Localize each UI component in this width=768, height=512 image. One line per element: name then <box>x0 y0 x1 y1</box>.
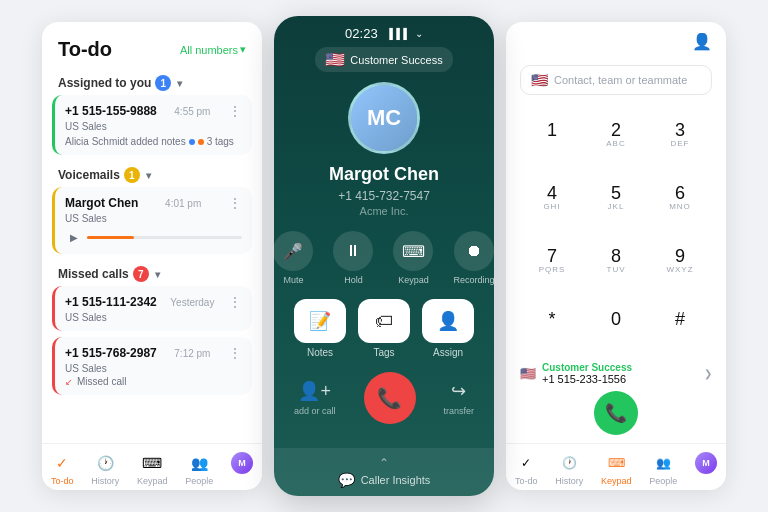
right-people-icon: 👥 <box>652 452 674 474</box>
customer-tag-text: Customer Success <box>350 54 442 66</box>
voicemails-section-header: Voicemails 1 ▾ <box>42 161 262 187</box>
right-panel: 👤 🇺🇸 Contact, team or teammate 1 2 ABC 3… <box>506 22 726 490</box>
voicemail-name: Margot Chen <box>65 196 138 210</box>
assigned-more-icon[interactable]: ⋮ <box>228 103 242 119</box>
missed-badge: 7 <box>133 266 149 282</box>
dial-key-3[interactable]: 3 DEF <box>648 103 712 166</box>
voicemail-item[interactable]: Margot Chen 4:01 pm ⋮ US Sales ▶ <box>52 187 252 254</box>
assigned-phone: +1 515-155-9888 <box>65 104 157 118</box>
notes-icon: 📝 <box>294 299 346 343</box>
assigned-tags: Alicia Schmidt added notes 3 tags <box>65 136 242 147</box>
voicemail-player: ▶ <box>65 228 242 246</box>
caller-insights-bar[interactable]: ⌃ 💬 Caller Insights <box>274 448 494 496</box>
right-nav-history[interactable]: 🕐 History <box>555 452 583 486</box>
missed-item-2[interactable]: +1 515-768-2987 7:12 pm ⋮ US Sales ↙ Mis… <box>52 337 252 395</box>
add-or-call-button[interactable]: 👤+ add or call <box>294 380 336 416</box>
caller-number: +1 415-732-7547 <box>338 189 430 203</box>
call-controls: 🎤 Mute ⏸ Hold ⌨ Keypad ⏺ Recording <box>273 231 494 285</box>
transfer-icon: ↪ <box>451 380 466 402</box>
dial-key-star[interactable]: * <box>520 293 584 356</box>
missed-section-header: Missed calls 7 ▾ <box>42 260 262 286</box>
dial-key-hash[interactable]: # <box>648 293 712 356</box>
right-nav-todo[interactable]: ✓ To-do <box>515 452 538 486</box>
history-icon: 🕐 <box>94 452 116 474</box>
middle-panel: 02:23 ▐▐▐ ⌄ 🇺🇸 Customer Success MC Margo… <box>274 16 494 496</box>
voicemail-more-icon[interactable]: ⋮ <box>228 195 242 211</box>
dial-key-4[interactable]: 4 GHI <box>520 166 584 229</box>
avatar-placeholder: MC <box>351 85 417 151</box>
chevron-down-icon[interactable]: ⌄ <box>415 28 423 39</box>
recent-call-info: Customer Success +1 515-233-1556 <box>542 362 632 385</box>
caller-company: Acme Inc. <box>360 205 409 217</box>
right-nav-avatar[interactable]: M <box>695 452 717 486</box>
dial-key-1[interactable]: 1 <box>520 103 584 166</box>
recent-number: +1 515-233-1556 <box>542 373 632 385</box>
search-bar[interactable]: 🇺🇸 Contact, team or teammate <box>520 65 712 95</box>
user-avatar: M <box>231 452 253 474</box>
missed-more-icon-1[interactable]: ⋮ <box>228 294 242 310</box>
right-nav-keypad[interactable]: ⌨ Keypad <box>601 452 632 486</box>
left-bottom-nav: ✓ To-do 🕐 History ⌨ Keypad 👥 People M <box>42 443 262 490</box>
right-todo-icon: ✓ <box>515 452 537 474</box>
transfer-button[interactable]: ↪ transfer <box>444 380 475 416</box>
nav-avatar[interactable]: M <box>231 452 253 486</box>
progress-fill <box>87 236 134 239</box>
action-buttons: 📝 Notes 🏷 Tags 👤 Assign <box>294 299 474 358</box>
todo-icon: ✓ <box>51 452 73 474</box>
dial-key-9[interactable]: 9 WXYZ <box>648 230 712 293</box>
nav-todo[interactable]: ✓ To-do <box>51 452 74 486</box>
dialpad-grid: 1 2 ABC 3 DEF 4 GHI 5 JKL 6 MNO <box>506 103 726 356</box>
assigned-section-header: Assigned to you 1 ▾ <box>42 69 262 95</box>
assigned-item[interactable]: +1 515-155-9888 4:55 pm ⋮ US Sales Alici… <box>52 95 252 155</box>
tags-button[interactable]: 🏷 Tags <box>358 299 410 358</box>
nav-history[interactable]: 🕐 History <box>91 452 119 486</box>
assigned-badge: 1 <box>155 75 171 91</box>
recent-call-row: 🇺🇸 Customer Success +1 515-233-1556 ❯ <box>520 362 712 385</box>
progress-bar <box>87 236 242 239</box>
flag-search-icon: 🇺🇸 <box>531 72 548 88</box>
keypad-ctrl-icon: ⌨ <box>393 231 433 271</box>
dial-key-6[interactable]: 6 MNO <box>648 166 712 229</box>
missed-phone-1: +1 515-111-2342 <box>65 295 157 309</box>
chevron-right-icon: ❯ <box>704 368 712 379</box>
recent-flag-icon: 🇺🇸 <box>520 366 536 381</box>
missed-call-note: ↙ Missed call <box>65 376 242 387</box>
person-settings-icon[interactable]: 👤 <box>692 32 712 51</box>
missed-phone-2: +1 515-768-2987 <box>65 346 157 360</box>
play-button[interactable]: ▶ <box>65 228 83 246</box>
recording-button[interactable]: ⏺ Recording <box>453 231 494 285</box>
flag-icon-middle: 🇺🇸 <box>325 50 345 69</box>
missed-call-icon: ↙ <box>65 377 73 387</box>
insights-logo-icon: 💬 <box>338 472 355 488</box>
right-nav-people[interactable]: 👥 People <box>649 452 677 486</box>
signal-icon: ▐▐▐ <box>386 28 407 39</box>
assign-button[interactable]: 👤 Assign <box>422 299 474 358</box>
mute-button[interactable]: 🎤 Mute <box>273 231 313 285</box>
keypad-icon: ⌨ <box>141 452 163 474</box>
nav-people[interactable]: 👥 People <box>185 452 213 486</box>
caller-avatar: MC <box>348 82 420 154</box>
right-call-button[interactable]: 📞 <box>594 391 638 435</box>
search-input[interactable]: Contact, team or teammate <box>554 74 701 86</box>
hold-button[interactable]: ⏸ Hold <box>333 231 373 285</box>
dial-key-8[interactable]: 8 TUV <box>584 230 648 293</box>
call-icon: 📞 <box>605 402 627 424</box>
dial-key-5[interactable]: 5 JKL <box>584 166 648 229</box>
left-panel: To-do All numbers ▾ Assigned to you 1 ▾ … <box>42 22 262 490</box>
missed-more-icon-2[interactable]: ⋮ <box>228 345 242 361</box>
assign-icon: 👤 <box>422 299 474 343</box>
dial-key-7[interactable]: 7 PQRS <box>520 230 584 293</box>
all-numbers-button[interactable]: All numbers ▾ <box>180 43 246 56</box>
nav-keypad[interactable]: ⌨ Keypad <box>137 452 168 486</box>
missed-item-1[interactable]: +1 515-111-2342 Yesterday ⋮ US Sales <box>52 286 252 331</box>
right-user-avatar: M <box>695 452 717 474</box>
dial-key-0[interactable]: 0 <box>584 293 648 356</box>
keypad-button[interactable]: ⌨ Keypad <box>393 231 433 285</box>
recording-icon: ⏺ <box>454 231 494 271</box>
dial-key-2[interactable]: 2 ABC <box>584 103 648 166</box>
right-keypad-icon: ⌨ <box>605 452 627 474</box>
call-timer: 02:23 <box>345 26 378 41</box>
notes-button[interactable]: 📝 Notes <box>294 299 346 358</box>
hold-icon: ⏸ <box>333 231 373 271</box>
end-call-button[interactable]: 📞 <box>364 372 416 424</box>
